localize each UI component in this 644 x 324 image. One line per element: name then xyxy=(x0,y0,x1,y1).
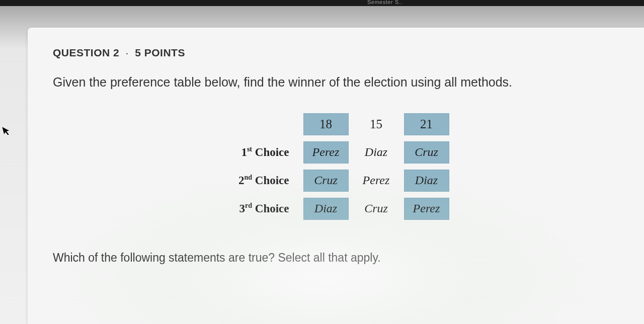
table-corner-empty xyxy=(223,113,298,135)
table-header-row: 18 15 21 xyxy=(223,113,449,135)
cell-r1-c3: Cruz xyxy=(404,141,449,164)
cell-r3-c3: Perez xyxy=(404,198,449,220)
row-label-2: 2nd Choice xyxy=(223,170,298,192)
row-label-3: 3rd Choice xyxy=(223,198,298,220)
browser-tab-strip: Semester S.. xyxy=(0,0,644,6)
question-sub-prompt: Which of the following statements are tr… xyxy=(53,246,619,265)
question-prompt: Given the preference table below, find t… xyxy=(53,73,619,92)
cell-r2-c2: Perez xyxy=(354,170,399,192)
table-row: 3rd Choice Diaz Cruz Perez xyxy=(223,198,449,220)
question-number: QUESTION 2 xyxy=(53,47,119,58)
header-col-3: 21 xyxy=(404,113,449,135)
cell-r2-c3: Diaz xyxy=(404,170,449,192)
question-header: QUESTION 2 · 5 POINTS xyxy=(53,47,619,59)
question-points: 5 POINTS xyxy=(135,47,185,58)
row-label-1: 1st Choice xyxy=(223,141,298,164)
header-col-2: 15 xyxy=(354,113,399,135)
cell-r2-c1: Cruz xyxy=(303,170,349,192)
cell-r1-c1: Perez xyxy=(303,141,349,164)
cell-r3-c2: Cruz xyxy=(354,198,399,220)
header-col-1: 18 xyxy=(303,113,349,135)
cursor-icon xyxy=(1,124,14,141)
table-row: 2nd Choice Cruz Perez Diaz xyxy=(223,170,449,192)
preference-table-wrap: 18 15 21 1st Choice Perez Diaz Cruz 2nd … xyxy=(53,107,619,226)
cell-r3-c1: Diaz xyxy=(303,198,349,220)
tab-title-fragment: Semester S.. xyxy=(367,0,403,5)
cell-r1-c2: Diaz xyxy=(354,141,399,164)
table-row: 1st Choice Perez Diaz Cruz xyxy=(223,141,449,164)
question-card: QUESTION 2 · 5 POINTS Given the preferen… xyxy=(28,28,644,324)
header-separator: · xyxy=(126,47,129,58)
preference-table: 18 15 21 1st Choice Perez Diaz Cruz 2nd … xyxy=(218,107,454,226)
